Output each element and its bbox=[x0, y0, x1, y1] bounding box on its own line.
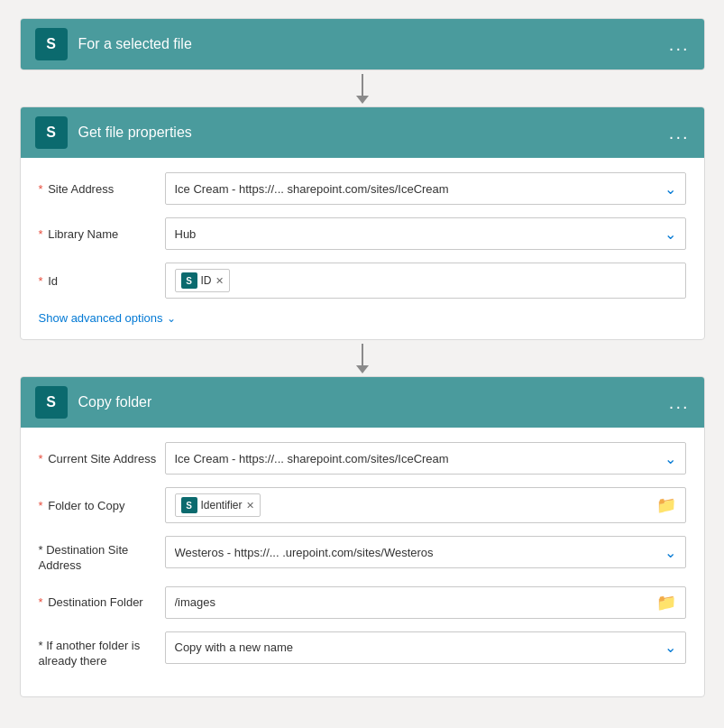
current-site-chevron-icon[interactable]: ⌄ bbox=[664, 450, 676, 467]
if-another-required: * bbox=[39, 639, 43, 652]
dest-site-chevron-icon[interactable]: ⌄ bbox=[664, 544, 676, 561]
destination-folder-label: * Destination Folder bbox=[39, 595, 165, 609]
arrow-head-1 bbox=[356, 96, 369, 104]
card2-menu-button[interactable]: ... bbox=[669, 123, 690, 143]
destination-site-address-field[interactable]: Westeros - https://... .urepoint.com/sit… bbox=[165, 536, 686, 568]
arrow-2 bbox=[356, 340, 369, 376]
arrow-line-1 bbox=[362, 74, 363, 96]
site-address-chevron-icon[interactable]: ⌄ bbox=[664, 180, 676, 198]
card1-title: For a selected file bbox=[78, 36, 669, 52]
if-another-folder-field[interactable]: Copy with a new name ⌄ bbox=[165, 631, 686, 664]
if-another-chevron-icon[interactable]: ⌄ bbox=[664, 639, 676, 656]
card-get-file-properties: S Get file properties ... * Site Address… bbox=[20, 106, 705, 340]
library-name-label: * Library Name bbox=[39, 227, 165, 241]
folder-token-close[interactable]: ✕ bbox=[246, 500, 254, 511]
card-copy-folder: S Copy folder ... * Current Site Address… bbox=[20, 376, 705, 697]
id-row: * Id S ID ✕ bbox=[39, 263, 686, 299]
library-name-value: Hub bbox=[175, 227, 664, 241]
current-site-required: * bbox=[39, 452, 43, 465]
folder-to-copy-token: S Identifier ✕ bbox=[175, 493, 261, 517]
library-name-row: * Library Name Hub ⌄ bbox=[39, 217, 686, 250]
destination-folder-row: * Destination Folder /images 📁 bbox=[39, 586, 686, 619]
if-another-folder-label: * If another folder is already there bbox=[39, 631, 165, 669]
id-label: * Id bbox=[39, 274, 165, 288]
show-advanced-options[interactable]: Show advanced options ⌄ bbox=[39, 311, 686, 325]
card3-title: Copy folder bbox=[78, 394, 669, 410]
destination-site-address-row: * Destination Site Address Westeros - ht… bbox=[39, 536, 686, 574]
destination-folder-field[interactable]: /images 📁 bbox=[165, 586, 686, 619]
arrow-1 bbox=[356, 70, 369, 106]
site-address-value: Ice Cream - https://... sharepoint.com/s… bbox=[175, 182, 664, 196]
id-token-close[interactable]: ✕ bbox=[215, 275, 224, 287]
folder-browse-icon[interactable]: 📁 bbox=[656, 495, 676, 515]
card2-body: * Site Address Ice Cream - https://... s… bbox=[21, 158, 704, 339]
current-site-address-label: * Current Site Address bbox=[39, 452, 165, 465]
destination-site-address-label: * Destination Site Address bbox=[39, 536, 165, 574]
card1-menu-button[interactable]: ... bbox=[669, 34, 690, 55]
current-site-address-row: * Current Site Address Ice Cream - https… bbox=[39, 442, 686, 475]
folder-to-copy-row: * Folder to Copy S Identifier ✕ 📁 bbox=[39, 487, 686, 523]
arrow-line-2 bbox=[362, 344, 363, 365]
site-address-required: * bbox=[39, 182, 43, 196]
card2-title: Get file properties bbox=[78, 124, 669, 141]
advanced-chevron-icon: ⌄ bbox=[167, 312, 176, 325]
card1-header: S For a selected file ... bbox=[21, 19, 704, 69]
card2-header: S Get file properties ... bbox=[21, 107, 704, 158]
card3-body: * Current Site Address Ice Cream - https… bbox=[21, 428, 704, 696]
card-for-selected-file: S For a selected file ... bbox=[20, 18, 705, 70]
if-another-folder-value: Copy with a new name bbox=[175, 640, 664, 654]
site-address-field[interactable]: Ice Cream - https://... sharepoint.com/s… bbox=[165, 172, 686, 205]
card3-menu-button[interactable]: ... bbox=[669, 392, 690, 413]
id-token-icon: S bbox=[181, 272, 197, 289]
id-token: S ID ✕ bbox=[175, 269, 230, 292]
card1-icon: S bbox=[35, 28, 68, 60]
dest-folder-required: * bbox=[39, 595, 43, 609]
library-name-chevron-icon[interactable]: ⌄ bbox=[664, 226, 676, 243]
site-address-row: * Site Address Ice Cream - https://... s… bbox=[39, 172, 686, 205]
current-site-address-value: Ice Cream - https://... sharepoint.com/s… bbox=[175, 452, 664, 465]
library-name-field[interactable]: Hub ⌄ bbox=[165, 217, 686, 250]
current-site-address-field[interactable]: Ice Cream - https://... sharepoint.com/s… bbox=[165, 442, 686, 475]
library-name-required: * bbox=[39, 227, 43, 241]
folder-to-copy-required: * bbox=[39, 499, 43, 512]
card2-icon: S bbox=[35, 116, 68, 149]
site-address-label: * Site Address bbox=[39, 182, 165, 196]
if-another-folder-row: * If another folder is already there Cop… bbox=[39, 631, 686, 669]
card3-header: S Copy folder ... bbox=[21, 377, 704, 428]
card3-icon: S bbox=[35, 386, 68, 419]
destination-site-address-value: Westeros - https://... .urepoint.com/sit… bbox=[175, 546, 664, 559]
id-required: * bbox=[39, 274, 43, 288]
folder-to-copy-label: * Folder to Copy bbox=[39, 499, 165, 512]
arrow-head-2 bbox=[356, 365, 369, 373]
id-field[interactable]: S ID ✕ bbox=[165, 263, 686, 299]
dest-site-required: * bbox=[39, 543, 43, 557]
destination-folder-value: /images bbox=[175, 595, 656, 609]
folder-token-icon: S bbox=[181, 497, 197, 513]
dest-folder-browse-icon[interactable]: 📁 bbox=[656, 593, 676, 613]
folder-to-copy-field[interactable]: S Identifier ✕ 📁 bbox=[165, 487, 686, 523]
